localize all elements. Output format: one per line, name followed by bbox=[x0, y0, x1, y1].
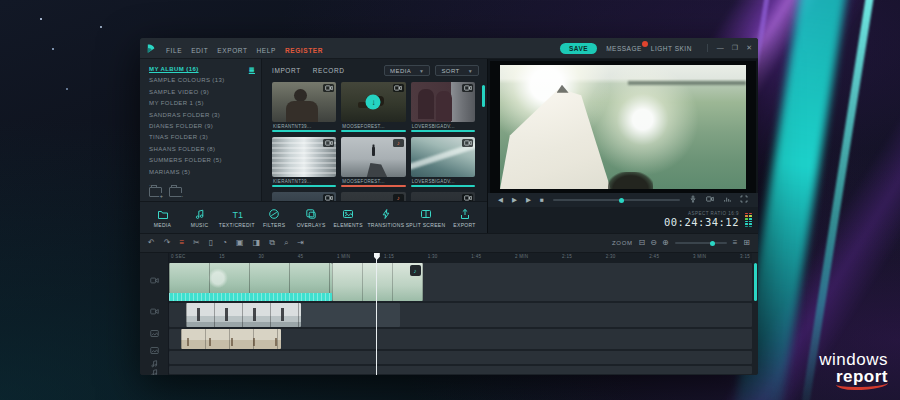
download-icon[interactable]: ↓ bbox=[366, 95, 381, 110]
menu-item-register[interactable]: REGISTER bbox=[285, 47, 323, 54]
album-item[interactable]: SAMPLE COLOURS (13) bbox=[149, 75, 261, 86]
album-item[interactable]: MARIAMS (5) bbox=[149, 167, 261, 178]
playhead[interactable] bbox=[376, 253, 377, 375]
zoom-fit-button[interactable]: ⊟ bbox=[639, 239, 646, 247]
timeline-track[interactable] bbox=[169, 329, 752, 349]
minimize-button[interactable]: — bbox=[717, 44, 724, 52]
marker-button[interactable]: ⧉ bbox=[269, 239, 275, 247]
timeline-ruler[interactable]: 0 SEC1530451 MIN1:151:301:452 MIN2:152:3… bbox=[169, 253, 752, 263]
media-thumbnail[interactable] bbox=[411, 192, 475, 201]
redo-button[interactable]: ↷ bbox=[164, 239, 171, 247]
media-clip-item[interactable]: KIERANTNT39... bbox=[272, 137, 336, 187]
timeline-clip[interactable]: ♪ bbox=[332, 263, 422, 301]
message-button[interactable]: MESSAGE bbox=[606, 45, 642, 52]
media-thumbnail[interactable] bbox=[272, 192, 336, 201]
tab-media[interactable]: MEDIA bbox=[146, 208, 179, 228]
maximize-button[interactable]: ❐ bbox=[732, 44, 738, 52]
manage-tracks-button[interactable]: ≡ bbox=[733, 239, 738, 247]
zoom-out-button[interactable]: ⊖ bbox=[650, 239, 657, 247]
zoom-slider-thumb[interactable] bbox=[710, 241, 715, 246]
fullscreen-button[interactable] bbox=[740, 195, 748, 205]
tab-elements[interactable]: ELEMENTS bbox=[332, 208, 365, 228]
menu-item-help[interactable]: HELP bbox=[257, 47, 276, 54]
track-head-music-5[interactable] bbox=[140, 369, 168, 375]
record-button[interactable]: RECORD bbox=[313, 67, 345, 74]
speed-button[interactable]: ◔ bbox=[222, 239, 227, 247]
media-clip-item[interactable]: ♪ bbox=[341, 192, 405, 201]
media-clip-item[interactable]: LOVERSBIGADV... bbox=[411, 82, 475, 132]
next-frame-button[interactable]: ▶ bbox=[512, 197, 517, 204]
track-head-image-3[interactable] bbox=[140, 345, 168, 357]
light-skin-button[interactable]: LIGHT SKIN bbox=[651, 45, 692, 52]
import-button[interactable]: IMPORT bbox=[272, 67, 301, 74]
sort-select[interactable]: SORT▼ bbox=[435, 65, 479, 76]
album-item[interactable]: TINAS FOLDER (3) bbox=[149, 132, 261, 143]
snapshot-button[interactable] bbox=[706, 195, 714, 205]
media-thumbnail[interactable]: ♪ bbox=[341, 137, 405, 177]
levels-button[interactable] bbox=[723, 195, 731, 205]
media-scrollbar[interactable] bbox=[482, 85, 485, 107]
undo-button[interactable]: ↶ bbox=[148, 239, 155, 247]
tab-text-credit[interactable]: T1TEXT/CREDIT bbox=[220, 208, 254, 228]
list-view-icon[interactable]: ≣ bbox=[249, 64, 255, 75]
tab-overlays[interactable]: OVERLAYS bbox=[295, 208, 328, 228]
delete-button[interactable]: ▯ bbox=[209, 239, 213, 247]
add-album-button[interactable]: + bbox=[149, 187, 162, 197]
menu-item-edit[interactable]: EDIT bbox=[191, 47, 208, 54]
export-frame-button[interactable]: ⇥ bbox=[297, 239, 304, 247]
tab-music[interactable]: MUSIC bbox=[183, 208, 216, 228]
album-item[interactable]: DIANES FOLDER (9) bbox=[149, 121, 261, 132]
close-button[interactable]: ✕ bbox=[746, 44, 752, 52]
media-clip-item[interactable] bbox=[272, 192, 336, 201]
album-item[interactable]: SUMMERS FOLDER (5) bbox=[149, 155, 261, 166]
album-item[interactable]: SHAANS FOLDER (8) bbox=[149, 144, 261, 155]
progress-thumb[interactable] bbox=[619, 198, 624, 203]
mic-button[interactable] bbox=[689, 195, 697, 205]
media-clip-item[interactable]: KIERANTNT39... bbox=[272, 82, 336, 132]
timeline-track[interactable] bbox=[169, 366, 752, 374]
render-button[interactable]: ≡ bbox=[179, 239, 184, 247]
menu-item-export[interactable]: EXPORT bbox=[217, 47, 247, 54]
screen-mode-button[interactable]: ⊞ bbox=[743, 239, 750, 247]
video-preview[interactable] bbox=[490, 61, 756, 193]
previous-frame-button[interactable]: ◀ bbox=[498, 197, 503, 204]
advanced-edit-button[interactable]: ⌕ bbox=[284, 239, 288, 247]
timeline-tracks-area[interactable]: 0 SEC1530451 MIN1:151:301:452 MIN2:152:3… bbox=[169, 253, 758, 375]
tab-filters[interactable]: FILTERS bbox=[258, 208, 291, 228]
album-item[interactable]: SANDRAS FOLDER (3) bbox=[149, 110, 261, 121]
media-thumbnail[interactable]: ↓ bbox=[341, 82, 405, 122]
menu-item-file[interactable]: FILE bbox=[166, 47, 182, 54]
media-type-select[interactable]: MEDIA▼ bbox=[384, 65, 430, 76]
media-thumbnail[interactable] bbox=[272, 137, 336, 177]
media-clip-item[interactable] bbox=[411, 192, 475, 201]
media-clip-item[interactable]: ↓MOOSEFOREST... bbox=[341, 82, 405, 132]
tab-transitions[interactable]: TRANSITIONS bbox=[369, 208, 403, 228]
timeline-track[interactable]: ♪ bbox=[169, 263, 752, 301]
album-item[interactable]: MY FOLDER 1 (5) bbox=[149, 98, 261, 109]
stop-button[interactable]: ■ bbox=[540, 197, 544, 204]
media-clip-item[interactable]: LOVERSBIGADV... bbox=[411, 137, 475, 187]
zoom-in-button[interactable]: ⊕ bbox=[662, 239, 669, 247]
zoom-slider[interactable] bbox=[675, 242, 727, 244]
play-button[interactable]: ▶ bbox=[526, 197, 531, 204]
preview-progress-bar[interactable] bbox=[553, 199, 680, 201]
cut-button[interactable]: ✂ bbox=[193, 239, 200, 247]
tab-export[interactable]: EXPORT bbox=[448, 208, 481, 228]
snapshot-button[interactable]: ◨ bbox=[253, 239, 261, 247]
timeline-clip[interactable] bbox=[181, 329, 281, 349]
track-head-image-2[interactable] bbox=[140, 324, 168, 343]
media-thumbnail[interactable] bbox=[272, 82, 336, 122]
timeline-clip[interactable] bbox=[186, 303, 301, 327]
save-button[interactable]: SAVE bbox=[560, 43, 597, 54]
album-item[interactable]: MY ALBUM (16)≣ bbox=[149, 64, 261, 75]
timeline-track[interactable] bbox=[169, 351, 752, 364]
media-thumbnail[interactable] bbox=[411, 137, 475, 177]
media-thumbnail[interactable]: ♪ bbox=[341, 192, 405, 201]
media-clip-item[interactable]: ♪MOOSEFOREST... bbox=[341, 137, 405, 187]
timeline-clip[interactable] bbox=[169, 263, 332, 301]
delete-album-button[interactable]: - bbox=[169, 187, 182, 197]
crop-button[interactable]: ▣ bbox=[236, 239, 244, 247]
track-head-music-4[interactable] bbox=[140, 359, 168, 367]
track-head-video-0[interactable] bbox=[140, 263, 168, 298]
timeline-clip[interactable] bbox=[301, 303, 400, 327]
